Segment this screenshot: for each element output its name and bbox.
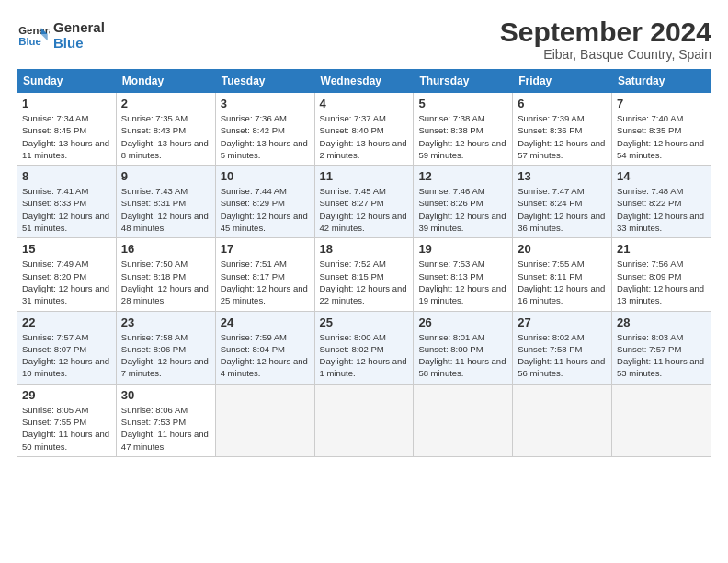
day-info: Sunrise: 7:46 AMSunset: 8:26 PMDaylight:… xyxy=(418,185,507,234)
day-number: 18 xyxy=(320,242,409,256)
day-cell-18: 18Sunrise: 7:52 AMSunset: 8:15 PMDayligh… xyxy=(314,238,414,311)
day-cell-2: 2Sunrise: 7:35 AMSunset: 8:43 PMDaylight… xyxy=(116,93,215,166)
day-number: 14 xyxy=(617,169,706,183)
calendar-row-3: 15Sunrise: 7:49 AMSunset: 8:20 PMDayligh… xyxy=(17,238,711,311)
day-cell-5: 5Sunrise: 7:38 AMSunset: 8:38 PMDaylight… xyxy=(414,93,513,166)
calendar-header-row: Sunday Monday Tuesday Wednesday Thursday… xyxy=(17,70,711,93)
day-info: Sunrise: 7:43 AMSunset: 8:31 PMDaylight:… xyxy=(121,185,210,234)
col-thursday: Thursday xyxy=(414,70,513,93)
day-info: Sunrise: 7:49 AMSunset: 8:20 PMDaylight:… xyxy=(22,258,111,306)
day-info: Sunrise: 8:06 AMSunset: 7:53 PMDaylight:… xyxy=(121,404,210,453)
day-cell-23: 23Sunrise: 7:58 AMSunset: 8:06 PMDayligh… xyxy=(116,311,215,384)
day-info: Sunrise: 7:47 AMSunset: 8:24 PMDaylight:… xyxy=(518,185,607,234)
day-info: Sunrise: 8:01 AMSunset: 8:00 PMDaylight:… xyxy=(418,331,507,380)
title-block: September 2024 Eibar, Basque Country, Sp… xyxy=(500,17,711,62)
day-cell-19: 19Sunrise: 7:53 AMSunset: 8:13 PMDayligh… xyxy=(414,238,513,311)
day-info: Sunrise: 7:52 AMSunset: 8:15 PMDaylight:… xyxy=(320,258,409,306)
day-cell-25: 25Sunrise: 8:00 AMSunset: 8:02 PMDayligh… xyxy=(314,311,414,384)
day-info: Sunrise: 7:44 AMSunset: 8:29 PMDaylight:… xyxy=(221,185,310,234)
svg-text:Blue: Blue xyxy=(18,35,41,46)
day-cell-17: 17Sunrise: 7:51 AMSunset: 8:17 PMDayligh… xyxy=(215,238,314,311)
calendar-row-2: 8Sunrise: 7:41 AMSunset: 8:33 PMDaylight… xyxy=(17,166,711,238)
day-cell-29: 29Sunrise: 8:05 AMSunset: 7:55 PMDayligh… xyxy=(17,384,117,456)
day-info: Sunrise: 7:57 AMSunset: 8:07 PMDaylight:… xyxy=(22,331,111,380)
day-number: 11 xyxy=(320,169,409,183)
day-info: Sunrise: 7:53 AMSunset: 8:13 PMDaylight:… xyxy=(418,258,507,306)
day-number: 23 xyxy=(121,316,210,329)
day-cell-12: 12Sunrise: 7:46 AMSunset: 8:26 PMDayligh… xyxy=(414,166,513,238)
day-info: Sunrise: 7:50 AMSunset: 8:18 PMDaylight:… xyxy=(121,258,210,306)
day-info: Sunrise: 8:05 AMSunset: 7:55 PMDaylight:… xyxy=(22,404,111,453)
day-number: 29 xyxy=(22,388,111,402)
day-info: Sunrise: 7:59 AMSunset: 8:04 PMDaylight:… xyxy=(221,331,310,380)
day-cell-6: 6Sunrise: 7:39 AMSunset: 8:36 PMDaylight… xyxy=(513,93,612,166)
logo-line2: Blue xyxy=(53,36,105,52)
day-info: Sunrise: 7:41 AMSunset: 8:33 PMDaylight:… xyxy=(22,185,111,234)
day-number: 5 xyxy=(418,97,507,110)
day-info: Sunrise: 8:03 AMSunset: 7:57 PMDaylight:… xyxy=(617,331,706,380)
day-cell-7: 7Sunrise: 7:40 AMSunset: 8:35 PMDaylight… xyxy=(612,93,711,166)
day-cell-3: 3Sunrise: 7:36 AMSunset: 8:42 PMDaylight… xyxy=(215,93,314,166)
day-info: Sunrise: 8:00 AMSunset: 8:02 PMDaylight:… xyxy=(320,331,409,380)
day-cell-8: 8Sunrise: 7:41 AMSunset: 8:33 PMDaylight… xyxy=(17,166,117,238)
day-cell-22: 22Sunrise: 7:57 AMSunset: 8:07 PMDayligh… xyxy=(17,311,117,384)
day-number: 28 xyxy=(617,316,706,329)
day-number: 4 xyxy=(320,97,409,110)
day-info: Sunrise: 7:45 AMSunset: 8:27 PMDaylight:… xyxy=(320,185,409,234)
col-sunday: Sunday xyxy=(17,70,117,93)
day-info: Sunrise: 7:55 AMSunset: 8:11 PMDaylight:… xyxy=(518,258,607,306)
day-cell-4: 4Sunrise: 7:37 AMSunset: 8:40 PMDaylight… xyxy=(314,93,414,166)
empty-cell xyxy=(513,384,612,456)
header: General Blue General Blue September 2024… xyxy=(17,17,711,62)
day-number: 19 xyxy=(418,242,507,256)
day-cell-21: 21Sunrise: 7:56 AMSunset: 8:09 PMDayligh… xyxy=(612,238,711,311)
logo-text: General Blue xyxy=(53,20,105,51)
logo-icon: General Blue xyxy=(17,23,50,49)
col-saturday: Saturday xyxy=(612,70,711,93)
calendar-row-1: 1Sunrise: 7:34 AMSunset: 8:45 PMDaylight… xyxy=(17,93,711,166)
day-cell-11: 11Sunrise: 7:45 AMSunset: 8:27 PMDayligh… xyxy=(314,166,414,238)
day-number: 24 xyxy=(221,316,310,329)
day-number: 16 xyxy=(121,242,210,256)
day-number: 25 xyxy=(320,316,409,329)
col-monday: Monday xyxy=(116,70,215,93)
calendar-row-4: 22Sunrise: 7:57 AMSunset: 8:07 PMDayligh… xyxy=(17,311,711,384)
day-number: 20 xyxy=(518,242,607,256)
day-info: Sunrise: 7:35 AMSunset: 8:43 PMDaylight:… xyxy=(121,112,210,161)
calendar-row-5: 29Sunrise: 8:05 AMSunset: 7:55 PMDayligh… xyxy=(17,384,711,456)
day-cell-26: 26Sunrise: 8:01 AMSunset: 8:00 PMDayligh… xyxy=(414,311,513,384)
empty-cell xyxy=(314,384,414,456)
day-cell-16: 16Sunrise: 7:50 AMSunset: 8:18 PMDayligh… xyxy=(116,238,215,311)
day-info: Sunrise: 7:37 AMSunset: 8:40 PMDaylight:… xyxy=(320,112,409,161)
day-info: Sunrise: 7:34 AMSunset: 8:45 PMDaylight:… xyxy=(22,112,111,161)
day-info: Sunrise: 7:38 AMSunset: 8:38 PMDaylight:… xyxy=(418,112,507,161)
day-cell-13: 13Sunrise: 7:47 AMSunset: 8:24 PMDayligh… xyxy=(513,166,612,238)
day-cell-1: 1Sunrise: 7:34 AMSunset: 8:45 PMDaylight… xyxy=(17,93,117,166)
day-cell-15: 15Sunrise: 7:49 AMSunset: 8:20 PMDayligh… xyxy=(17,238,117,311)
logo: General Blue General Blue xyxy=(17,20,105,51)
col-friday: Friday xyxy=(513,70,612,93)
day-info: Sunrise: 7:48 AMSunset: 8:22 PMDaylight:… xyxy=(617,185,706,234)
day-cell-14: 14Sunrise: 7:48 AMSunset: 8:22 PMDayligh… xyxy=(612,166,711,238)
page-subtitle: Eibar, Basque Country, Spain xyxy=(500,47,711,62)
col-wednesday: Wednesday xyxy=(314,70,414,93)
day-number: 27 xyxy=(518,316,607,329)
day-number: 1 xyxy=(22,97,111,110)
day-number: 15 xyxy=(22,242,111,256)
empty-cell xyxy=(414,384,513,456)
empty-cell xyxy=(215,384,314,456)
svg-marker-3 xyxy=(41,34,48,40)
day-number: 6 xyxy=(518,97,607,110)
day-info: Sunrise: 7:56 AMSunset: 8:09 PMDaylight:… xyxy=(617,258,706,306)
page: General Blue General Blue September 2024… xyxy=(0,0,728,563)
day-cell-28: 28Sunrise: 8:03 AMSunset: 7:57 PMDayligh… xyxy=(612,311,711,384)
calendar-table: Sunday Monday Tuesday Wednesday Thursday… xyxy=(17,69,711,457)
day-cell-20: 20Sunrise: 7:55 AMSunset: 8:11 PMDayligh… xyxy=(513,238,612,311)
day-number: 7 xyxy=(617,97,706,110)
day-info: Sunrise: 7:36 AMSunset: 8:42 PMDaylight:… xyxy=(221,112,310,161)
day-number: 9 xyxy=(121,169,210,183)
day-info: Sunrise: 8:02 AMSunset: 7:58 PMDaylight:… xyxy=(518,331,607,380)
day-info: Sunrise: 7:40 AMSunset: 8:35 PMDaylight:… xyxy=(617,112,706,161)
day-info: Sunrise: 7:58 AMSunset: 8:06 PMDaylight:… xyxy=(121,331,210,380)
day-number: 30 xyxy=(121,388,210,402)
